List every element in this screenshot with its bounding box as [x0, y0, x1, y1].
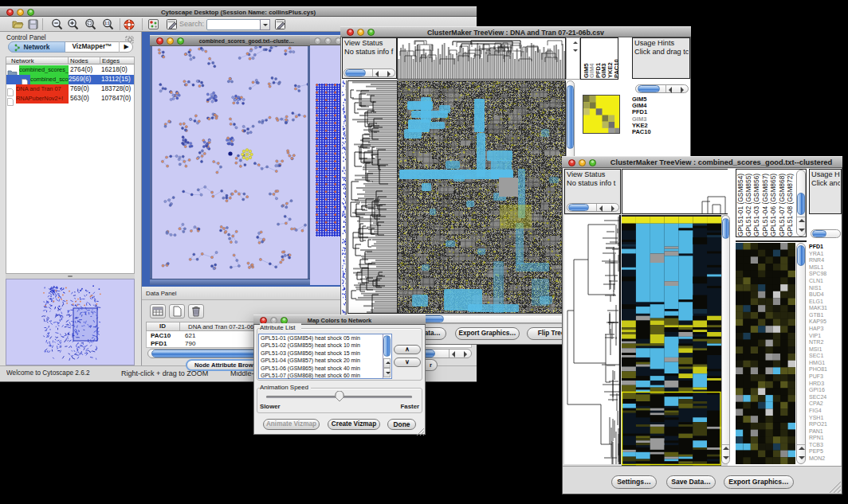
- svg-text:GPL51-01 (GSM854): GPL51-01 (GSM854): [736, 174, 744, 236]
- svg-text:PAC10: PAC10: [613, 59, 620, 78]
- svg-text:GPL51-08 (GSM872): GPL51-08 (GSM872): [786, 174, 794, 236]
- svg-text:GPL51-06 (GSM865): GPL51-06 (GSM865): [769, 174, 777, 236]
- svg-text:GPL51-07 (GSM868): GPL51-07 (GSM868): [778, 174, 786, 236]
- svg-text:GPL51-02 (GSM855): GPL51-02 (GSM855): [744, 174, 752, 236]
- svg-text:GPL51-03 (GSM856): GPL51-03 (GSM856): [752, 174, 760, 236]
- svg-text:1:1: 1:1: [104, 21, 110, 25]
- svg-text:GPL51-04 (GSM857): GPL51-04 (GSM857): [761, 174, 769, 236]
